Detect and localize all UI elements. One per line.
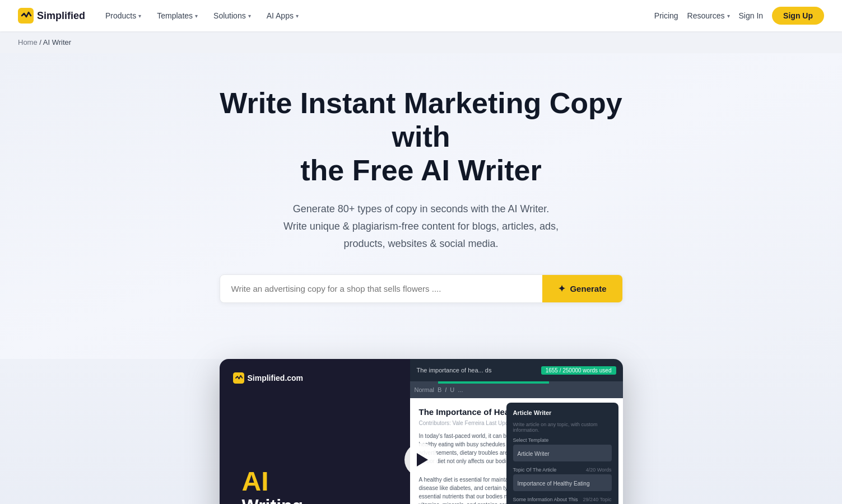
play-button[interactable] (404, 443, 438, 477)
products-chevron-icon: ▾ (138, 13, 141, 19)
toolbar-underline[interactable]: U (450, 386, 454, 393)
resources-chevron-icon: ▾ (727, 13, 730, 19)
breadcrumb: Home / AI Writer (0, 31, 842, 53)
panel-selected-option: Article Writer (518, 451, 550, 457)
nav-right: Pricing Resources ▾ Sign In Sign Up (654, 7, 824, 25)
hero-subtitle: Generate 80+ types of copy in seconds wi… (248, 200, 595, 252)
toolbar-more[interactable]: ... (458, 386, 463, 393)
breadcrumb-current: AI Writer (43, 38, 71, 46)
video-title-ai: AI WritingGenerator (242, 468, 404, 504)
toolbar-format[interactable]: Normal (415, 386, 434, 393)
nav-templates[interactable]: Templates ▾ (150, 7, 204, 25)
search-input[interactable] (220, 275, 543, 302)
ai-apps-chevron-icon: ▾ (296, 13, 299, 19)
nav-ai-apps[interactable]: AI Apps ▾ (260, 7, 305, 25)
logo-icon (18, 8, 34, 24)
editor-topbar: The importance of hea... ds 1655 / 25000… (410, 359, 623, 381)
side-panel: Article Writer Write article on any topi… (506, 403, 618, 504)
panel-topic-value: Importance of Healthy Eating (518, 480, 590, 487)
panel-topic-label: Topic Of The Article (513, 467, 557, 473)
nav-products[interactable]: Products ▾ (99, 7, 148, 25)
play-icon (417, 453, 428, 466)
editor-mockup: The importance of hea... ds 1655 / 25000… (410, 359, 623, 504)
generate-button[interactable]: ✦ Generate (542, 275, 622, 302)
panel-select-label: Select Template (513, 437, 612, 443)
video-section: Simplified.com AI WritingGenerator The i… (0, 359, 842, 504)
panel-info-row: Some Information About This 29/240 Topic (513, 497, 612, 504)
progress-bar (438, 381, 623, 384)
logo-text: Simplified (37, 10, 85, 22)
generate-icon: ✦ (558, 283, 565, 294)
video-logo-icon (233, 372, 244, 384)
panel-info-counter: 29/240 Topic (583, 497, 612, 504)
solutions-chevron-icon: ▾ (248, 13, 251, 19)
panel-template-select[interactable]: Article Writer (513, 445, 612, 461)
nav-links: Products ▾ Templates ▾ Solutions ▾ AI Ap… (99, 7, 654, 25)
editor-toolbar: Normal B I U ... (410, 381, 623, 398)
panel-topic-row: Topic Of The Article 4/20 Words (513, 467, 612, 474)
hero-section: Write Instant Marketing Copy with the Fr… (0, 53, 842, 359)
panel-subtitle: Write article on any topic, with custom … (513, 422, 612, 433)
toolbar-bold[interactable]: B (438, 386, 441, 393)
video-logo: Simplified.com (233, 372, 304, 384)
nav-signin[interactable]: Sign In (739, 11, 764, 20)
video-left-panel: Simplified.com AI WritingGenerator (220, 359, 427, 504)
nav-solutions[interactable]: Solutions ▾ (207, 7, 258, 25)
panel-topic-input[interactable]: Importance of Healthy Eating (513, 474, 612, 491)
editor-body: The Importance of Healthy Eating Contrib… (410, 398, 623, 504)
panel-title: Article Writer (513, 409, 612, 416)
nav-signup-button[interactable]: Sign Up (772, 7, 824, 25)
nav-resources[interactable]: Resources ▾ (687, 11, 730, 20)
toolbar-italic[interactable]: I (445, 386, 446, 393)
panel-info-label: Some Information About This (513, 497, 578, 502)
nav-pricing[interactable]: Pricing (654, 11, 678, 20)
templates-chevron-icon: ▾ (195, 13, 198, 19)
video-container: Simplified.com AI WritingGenerator The i… (220, 359, 623, 504)
logo[interactable]: Simplified (18, 8, 85, 24)
breadcrumb-home[interactable]: Home (18, 38, 38, 46)
editor-filename: The importance of hea... ds (417, 367, 537, 374)
panel-topic-counter: 4/20 Words (586, 467, 612, 474)
navbar: Simplified Products ▾ Templates ▾ Soluti… (0, 0, 842, 31)
editor-wordcount: 1655 / 250000 words used (541, 366, 616, 375)
search-bar: ✦ Generate (220, 274, 623, 303)
hero-title: Write Instant Marketing Copy with the Fr… (211, 87, 631, 187)
